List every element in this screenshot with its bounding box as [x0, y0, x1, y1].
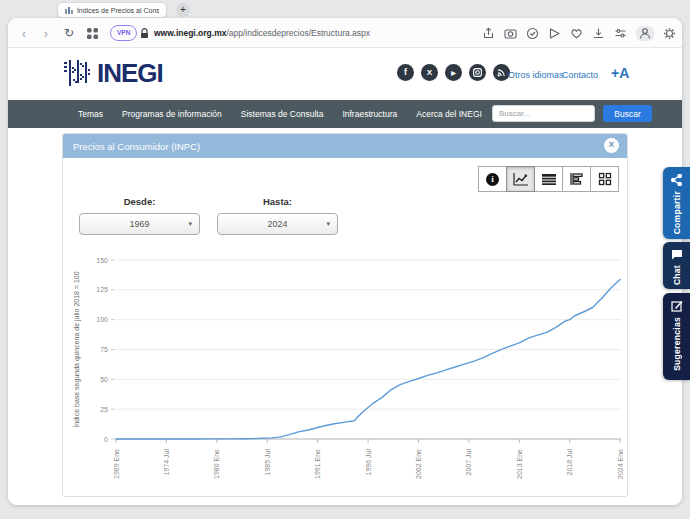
- svg-text:1991 Ene: 1991 Ene: [314, 449, 321, 479]
- share-nodes-icon: [671, 174, 682, 186]
- facebook-glyph: f: [404, 68, 407, 77]
- svg-text:2002 Ene: 2002 Ene: [415, 449, 422, 479]
- svg-text:2007 Jul: 2007 Jul: [465, 449, 472, 476]
- svg-text:75: 75: [100, 346, 108, 353]
- browser-tabstrip: Índices de Precios al Cons +: [0, 0, 690, 18]
- svg-text:50: 50: [100, 376, 108, 383]
- sidebar-tab-compartir[interactable]: Compartir: [663, 167, 690, 239]
- youtube-icon[interactable]: ▶: [445, 64, 462, 81]
- panel-title: Precios al Consumidor (INPC): [73, 141, 200, 152]
- tab-title: Índices de Precios al Cons: [77, 7, 159, 14]
- panel-header: Precios al Consumidor (INPC) ×: [63, 134, 627, 158]
- svg-text:1996 Jul: 1996 Jul: [365, 449, 372, 476]
- line-chart-view-button[interactable]: [506, 166, 535, 192]
- view-toolbar: i: [479, 166, 619, 192]
- site-header: INEGI f X ▶ Otros idiomas Contacto +A: [8, 48, 682, 100]
- verified-icon[interactable]: [526, 27, 539, 40]
- toolbar-actions: [482, 18, 676, 48]
- x-twitter-icon[interactable]: X: [421, 64, 438, 81]
- browser-toolbar: ‹ › ↻ VPN www.inegi.org.mx/app/indicesde…: [8, 18, 682, 48]
- inegi-logo[interactable]: INEGI: [63, 59, 163, 87]
- close-icon[interactable]: ×: [604, 138, 619, 153]
- svg-text:1974 Jul: 1974 Jul: [163, 449, 170, 476]
- font-resize-button[interactable]: +A: [611, 65, 629, 81]
- main-nav: Temas Programas de información Sistemas …: [8, 100, 682, 128]
- grid-icon: [598, 172, 612, 186]
- sidebar-tab-chat[interactable]: Chat: [663, 242, 690, 289]
- svg-text:2024 Ene: 2024 Ene: [617, 449, 623, 479]
- social-links: f X ▶: [397, 64, 510, 81]
- svg-text:150: 150: [96, 257, 108, 264]
- forward-icon[interactable]: ›: [38, 18, 54, 48]
- svg-text:125: 125: [96, 286, 108, 293]
- info-icon: i: [486, 173, 499, 186]
- sidebar-tab-label: Sugerencias: [672, 317, 682, 371]
- vpn-badge[interactable]: VPN: [110, 25, 137, 41]
- line-chart-icon: [512, 172, 529, 187]
- pencil-square-icon: [671, 300, 683, 312]
- page-viewport: INEGI f X ▶ Otros idiomas Contacto +A Te…: [8, 48, 682, 505]
- share-icon[interactable]: [482, 27, 495, 40]
- nav-item-acerca[interactable]: Acerca del INEGI: [416, 109, 482, 119]
- svg-text:Índice base segunda quincena d: Índice base segunda quincena de julio 20…: [72, 271, 81, 427]
- svg-text:100: 100: [96, 316, 108, 323]
- browser-window: ‹ › ↻ VPN www.inegi.org.mx/app/indicesde…: [8, 18, 682, 505]
- x-glyph: X: [427, 69, 432, 77]
- svg-text:2013 Ene: 2013 Ene: [516, 449, 523, 479]
- camera-icon[interactable]: [504, 27, 517, 40]
- sidebar-tab-label: Chat: [672, 265, 682, 285]
- address-bar[interactable]: www.inegi.org.mx/app/indicesdeprecios/Es…: [154, 18, 370, 48]
- tab-favicon-icon: [65, 6, 73, 14]
- svg-text:25: 25: [100, 406, 108, 413]
- inpc-line-chart: 02550751001251501969 Ene1974 Jul1980 Ene…: [69, 244, 623, 494]
- tab-groups-icon[interactable]: [82, 18, 102, 48]
- svg-text:1985 Jul: 1985 Jul: [264, 449, 271, 476]
- favorite-heart-icon[interactable]: [570, 27, 583, 40]
- hasta-label: Hasta:: [217, 196, 338, 207]
- sidebar-tab-sugerencias[interactable]: Sugerencias: [663, 293, 690, 380]
- desde-select[interactable]: 1969: [79, 213, 200, 235]
- search-input[interactable]: [492, 105, 595, 122]
- inpc-panel: Precios al Consumidor (INPC) × i Desde:: [62, 133, 628, 497]
- inegi-abacus-icon: [63, 59, 93, 87]
- bar-chart-icon: [569, 172, 584, 186]
- extensions-icon[interactable]: [614, 27, 627, 40]
- download-icon[interactable]: [592, 27, 605, 40]
- reload-icon[interactable]: ↻: [60, 18, 78, 48]
- back-icon[interactable]: ‹: [16, 18, 32, 48]
- nav-item-temas[interactable]: Temas: [78, 109, 103, 119]
- svg-text:1980 Ene: 1980 Ene: [213, 449, 220, 479]
- chat-bubble-icon: [671, 249, 683, 260]
- sidebar-tab-label: Compartir: [672, 191, 682, 234]
- hasta-select[interactable]: 2024: [217, 213, 338, 235]
- instagram-icon[interactable]: [469, 64, 486, 81]
- settings-gear-icon[interactable]: [663, 27, 676, 40]
- profile-icon[interactable]: [636, 26, 654, 41]
- inegi-logo-text: INEGI: [97, 60, 163, 86]
- contacto-link[interactable]: Contacto: [562, 70, 598, 80]
- otros-idiomas-link[interactable]: Otros idiomas: [508, 70, 564, 80]
- svg-text:1969 Ene: 1969 Ene: [113, 449, 120, 479]
- browser-tab[interactable]: Índices de Precios al Cons: [57, 2, 167, 18]
- svg-text:2018 Jul: 2018 Jul: [566, 449, 573, 476]
- url-domain: www.inegi.org.mx: [154, 28, 226, 38]
- svg-text:0: 0: [104, 436, 108, 443]
- facebook-icon[interactable]: f: [397, 64, 414, 81]
- bar-chart-view-button[interactable]: [562, 166, 591, 192]
- info-view-button[interactable]: i: [478, 166, 507, 192]
- nav-item-infraestructura[interactable]: Infraestructura: [342, 109, 397, 119]
- search-button[interactable]: Buscar: [603, 105, 652, 122]
- new-tab-button[interactable]: +: [176, 3, 190, 17]
- table-view-button[interactable]: [534, 166, 563, 192]
- url-path: /app/indicesdeprecios/Estructura.aspx: [226, 28, 370, 38]
- grid-view-button[interactable]: [590, 166, 619, 192]
- youtube-glyph: ▶: [451, 70, 456, 76]
- lock-icon[interactable]: [137, 18, 151, 48]
- send-icon[interactable]: [548, 27, 561, 40]
- table-icon: [541, 173, 557, 186]
- nav-item-sistemas[interactable]: Sistemas de Consulta: [241, 109, 324, 119]
- desde-label: Desde:: [79, 196, 200, 207]
- nav-item-programas[interactable]: Programas de información: [122, 109, 222, 119]
